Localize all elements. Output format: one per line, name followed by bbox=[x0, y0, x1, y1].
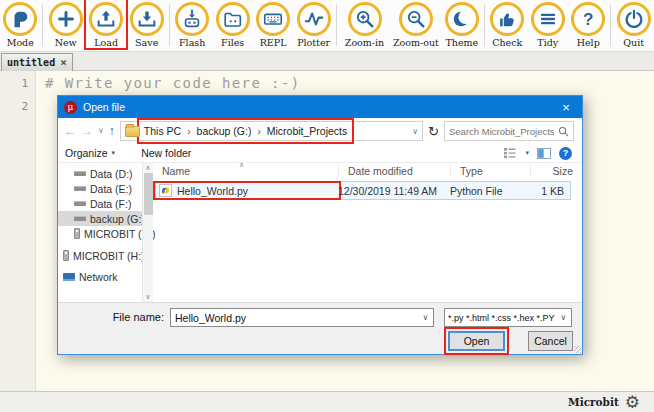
preview-pane-icon[interactable] bbox=[537, 148, 551, 159]
status-mode-label: Microbit bbox=[568, 396, 619, 408]
new-folder-button[interactable]: New folder bbox=[141, 147, 191, 159]
file-type-filter-dropdown[interactable]: *.py *.html *.css *.hex *.PY *.HT ∨ bbox=[444, 308, 572, 327]
dialog-title-bar[interactable]: μ Open file × bbox=[58, 96, 582, 118]
file-name-label: File name: bbox=[78, 311, 164, 323]
view-dropdown-icon[interactable]: ▾ bbox=[525, 149, 529, 157]
status-bar: Microbit ⚙ bbox=[0, 391, 654, 412]
repl-keyboard-icon bbox=[262, 8, 284, 30]
help-icon[interactable]: ? bbox=[559, 147, 572, 160]
scroll-up-icon[interactable]: ∧ bbox=[143, 164, 153, 172]
refresh-icon[interactable]: ↻ bbox=[428, 124, 439, 139]
sidebar-item-data-f[interactable]: Data (F:) bbox=[58, 196, 142, 211]
file-type-filter-value: *.py *.html *.css *.hex *.PY *.HT bbox=[448, 313, 556, 323]
sidebar-scrollbar[interactable]: ∧ ∨ bbox=[142, 163, 153, 302]
up-arrow-icon[interactable]: ↑ bbox=[109, 125, 115, 137]
load-icon bbox=[95, 8, 117, 30]
file-name-combobox[interactable]: ∨ bbox=[170, 308, 434, 327]
toolbar-separator bbox=[336, 4, 337, 46]
sort-ascending-icon: ∧ bbox=[239, 161, 244, 169]
files-icon bbox=[222, 8, 244, 30]
line-number: 1 bbox=[0, 77, 28, 90]
quit-power-icon bbox=[623, 8, 645, 30]
check-thumbs-up-icon bbox=[496, 8, 518, 30]
usb-drive-icon bbox=[74, 228, 80, 239]
tab-close-icon[interactable]: × bbox=[60, 56, 67, 69]
command-bar: Organize ▾ New folder ▾ ? bbox=[58, 144, 582, 163]
dialog-close-icon[interactable]: × bbox=[550, 96, 582, 118]
column-header-name[interactable]: Name bbox=[153, 165, 339, 177]
sidebar-item-network[interactable]: Network bbox=[58, 269, 142, 284]
toolbar-button-quit[interactable]: Quit bbox=[613, 0, 653, 48]
theme-moon-icon bbox=[451, 8, 473, 30]
column-header-type[interactable]: Type bbox=[451, 165, 531, 177]
file-row-hello-world[interactable]: Hello_World.py 12/30/2019 11:49 AM Pytho… bbox=[155, 181, 571, 200]
column-header-date-modified[interactable]: Date modified bbox=[339, 165, 451, 177]
dialog-main-area: Data (D:) Data (E:) Data (F:) backup (G:… bbox=[58, 163, 582, 302]
sidebar-item-data-e[interactable]: Data (E:) bbox=[58, 181, 142, 196]
sidebar-item-microbit-h-root[interactable]: MICROBIT (H:) bbox=[58, 248, 142, 263]
toolbar-button-check[interactable]: Check bbox=[487, 0, 527, 48]
file-type: Python File bbox=[450, 185, 530, 197]
column-headers: ∧ Name Date modified Type Size bbox=[153, 163, 582, 179]
sidebar-item-microbit-h[interactable]: MICROBIT (H:) bbox=[58, 226, 142, 241]
sidebar-item-data-d[interactable]: Data (D:) bbox=[58, 166, 142, 181]
file-list: ∧ Name Date modified Type Size Hello_Wor… bbox=[153, 163, 582, 302]
toolbar-label: Mode bbox=[7, 37, 34, 48]
toolbar-separator bbox=[169, 4, 170, 46]
drive-icon bbox=[74, 216, 86, 221]
column-header-size[interactable]: Size bbox=[531, 165, 577, 177]
address-field[interactable]: This PC › backup (G:) › Microbit_Project… bbox=[120, 121, 423, 141]
file-name: Hello_World.py bbox=[177, 185, 248, 197]
zoom-in-icon bbox=[354, 8, 376, 30]
toolbar-button-tidy[interactable]: Tidy bbox=[528, 0, 568, 48]
scroll-down-icon[interactable]: ∨ bbox=[143, 293, 153, 301]
recent-locations-chevron-icon[interactable]: ∨ bbox=[98, 127, 104, 135]
file-name-dropdown-icon[interactable]: ∨ bbox=[418, 313, 433, 322]
toolbar-button-save[interactable]: Save bbox=[126, 0, 166, 48]
open-button[interactable]: Open bbox=[448, 331, 505, 351]
filter-dropdown-icon: ∨ bbox=[556, 313, 571, 322]
address-dropdown-chevron-icon[interactable]: ∨ bbox=[412, 127, 418, 136]
toolbar-button-theme[interactable]: Theme bbox=[442, 0, 482, 48]
breadcrumb-backup-g[interactable]: backup (G:) bbox=[197, 125, 252, 137]
line-number: 2 bbox=[0, 100, 28, 113]
breadcrumb-microbit-projects[interactable]: Microbit_Projects bbox=[267, 125, 348, 137]
toolbar-button-zoom-in[interactable]: Zoom-in bbox=[339, 0, 390, 48]
file-name-input[interactable] bbox=[171, 312, 418, 324]
toolbar-button-plotter[interactable]: Plotter bbox=[293, 0, 333, 48]
search-input[interactable] bbox=[449, 126, 558, 137]
forward-arrow-icon[interactable]: → bbox=[81, 125, 93, 137]
toolbar-button-new[interactable]: New bbox=[45, 0, 85, 48]
breadcrumb-this-pc[interactable]: This PC bbox=[144, 125, 181, 137]
gear-icon[interactable]: ⚙ bbox=[625, 394, 640, 411]
address-bar: ← → ∨ ↑ This PC › backup (G:) › Microbit… bbox=[58, 118, 582, 144]
mu-app-icon: μ bbox=[64, 101, 77, 114]
toolbar-button-help[interactable]: ? Help bbox=[568, 0, 608, 48]
search-icon bbox=[558, 126, 569, 137]
cancel-button[interactable]: Cancel bbox=[528, 331, 573, 351]
toolbar-button-files[interactable]: Files bbox=[212, 0, 252, 48]
drive-icon bbox=[74, 171, 86, 176]
tab-untitled[interactable]: untitled × bbox=[1, 53, 73, 71]
toolbar-button-mode[interactable]: Mode bbox=[0, 0, 40, 48]
toolbar-button-repl[interactable]: REPL bbox=[253, 0, 293, 48]
breadcrumb: This PC › backup (G:) › Microbit_Project… bbox=[144, 125, 347, 137]
toolbar-separator bbox=[610, 4, 611, 46]
organize-button[interactable]: Organize bbox=[65, 147, 108, 159]
search-box[interactable] bbox=[444, 121, 574, 141]
flash-icon bbox=[181, 8, 203, 30]
toolbar-separator bbox=[484, 4, 485, 46]
toolbar-button-load[interactable]: Load bbox=[86, 0, 126, 48]
mode-icon bbox=[9, 8, 31, 30]
organize-dropdown-icon: ▾ bbox=[112, 149, 116, 157]
file-date-modified: 12/30/2019 11:49 AM bbox=[338, 185, 450, 197]
view-details-icon[interactable] bbox=[503, 147, 517, 159]
editor-gutter: 1 2 bbox=[0, 71, 36, 391]
breadcrumb-separator-icon: › bbox=[187, 126, 190, 137]
toolbar-button-zoom-out[interactable]: Zoom-out bbox=[390, 0, 441, 48]
back-arrow-icon[interactable]: ← bbox=[64, 125, 76, 137]
resize-grip[interactable] bbox=[574, 346, 581, 353]
sidebar-item-backup-g[interactable]: backup (G:) bbox=[58, 211, 142, 226]
toolbar-button-flash[interactable]: Flash bbox=[172, 0, 212, 48]
scrollbar-thumb[interactable] bbox=[144, 173, 153, 215]
